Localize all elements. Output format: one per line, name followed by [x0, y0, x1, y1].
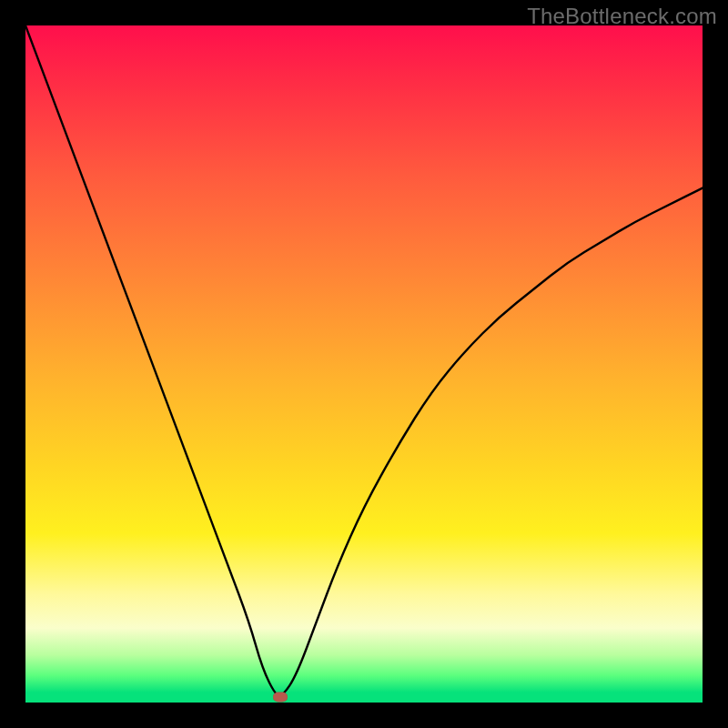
optimal-point-marker: [273, 693, 288, 703]
bottleneck-curve: [25, 25, 703, 703]
plot-area: [25, 25, 703, 703]
watermark-text: TheBottleneck.com: [527, 4, 717, 29]
curve-path: [25, 25, 703, 696]
chart-frame: TheBottleneck.com: [0, 0, 728, 728]
